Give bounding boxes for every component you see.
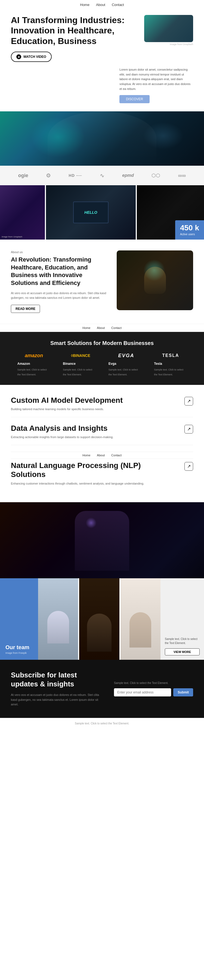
logo-ogie: ogie	[18, 173, 28, 178]
partners-logos: amazon ◊BINANCE EVGA TESLA	[11, 353, 193, 358]
logo-hex: ⬡⬡	[151, 172, 160, 178]
partner-amazon-logo: amazon	[25, 353, 43, 358]
team-extra-text: Sample text. Click to select the Text El…	[165, 637, 200, 645]
team-photo-2	[79, 578, 119, 660]
email-row: Submit	[114, 688, 193, 697]
footer: Sample text. Click to select the Text El…	[0, 718, 204, 729]
vr-person-shape	[48, 111, 156, 166]
hello-label: HELLO	[84, 210, 97, 215]
team-label: Our team Image from Freepik	[0, 578, 38, 660]
service-2-title: Data Analysis and Insights	[11, 424, 166, 433]
about-section: About us AI Revolution: Transforming Hea…	[0, 240, 204, 324]
svc-nav-contact[interactable]: Contact	[111, 453, 122, 457]
team-section: Our team Image from Freepik Sample text.…	[0, 578, 204, 660]
mid-nav-home[interactable]: Home	[82, 326, 90, 329]
team-extra: Sample text. Click to select the Text El…	[161, 578, 204, 660]
partner-binance-detail: Binance Sample text. Click to select the…	[63, 362, 95, 377]
active-users-num: 450 k	[180, 224, 199, 232]
robot-photo-section	[0, 502, 204, 578]
view-more-button[interactable]: VIEW MORE	[165, 648, 200, 655]
image-cell-3: 450 k Active users	[137, 185, 204, 240]
logos-strip: ogie ⚙ HD ── ∿ epmd ⬡⬡ ∞∞	[0, 166, 204, 185]
partners-section: Smart Solutions for Modern Businesses am…	[0, 332, 204, 385]
hero-description-section: Lorem ipsum dolor sit amet, consectetur …	[0, 62, 204, 111]
service-3-arrow[interactable]: ↗	[185, 462, 193, 471]
partner-evga-logo: EVGA	[118, 353, 134, 358]
top-nav: Home About Contact	[0, 0, 204, 10]
nav-home[interactable]: Home	[80, 3, 90, 7]
team-heading: Our team	[5, 644, 33, 651]
nav-contact[interactable]: Contact	[112, 3, 124, 7]
services-nav: Home About Contact	[11, 452, 193, 459]
hero-description: Lorem ipsum dolor sit amet, consectetur …	[119, 67, 193, 91]
service-2-desc: Extracting actionable insights from larg…	[11, 435, 148, 439]
svc-nav-about[interactable]: About	[97, 453, 105, 457]
hero-image	[144, 15, 193, 42]
read-more-button[interactable]: READ MORE	[11, 305, 40, 313]
hero-title: AI Transforming Industries: Innovation i…	[11, 15, 139, 46]
image-cell-1: Image from Unsplash	[0, 185, 45, 240]
service-1-desc: Building tailored machine learning model…	[11, 407, 148, 412]
active-users-label: Active users	[180, 233, 199, 236]
discover-button[interactable]: DISCOVER	[119, 95, 149, 103]
logo-gear: ⚙	[46, 172, 51, 179]
logo-wave: ∿	[100, 172, 104, 179]
service-3-desc: Enhancing customer interactions through …	[11, 481, 148, 486]
subscribe-title: Subscribe for latest updates & insights	[11, 671, 106, 689]
partner-amazon-detail: Amazon Sample text. Click to select the …	[18, 362, 50, 377]
team-photos	[38, 578, 161, 660]
services-section: Custom AI Model Development Building tai…	[0, 385, 204, 502]
mid-nav: Home About Contact	[0, 324, 204, 332]
subscribe-left: Subscribe for latest updates & insights …	[11, 671, 106, 707]
hero-desc-right: Lorem ipsum dolor sit amet, consectetur …	[119, 67, 193, 103]
partners-heading: Smart Solutions for Modern Businesses	[11, 340, 193, 346]
stat-box: 450 k Active users	[175, 220, 204, 240]
service-3-title: Natural Language Processing (NLP) Soluti…	[11, 461, 166, 479]
submit-button[interactable]: Submit	[173, 688, 193, 697]
nav-about[interactable]: About	[96, 3, 105, 7]
robot-image	[117, 250, 193, 310]
service-item-1: Custom AI Model Development Building tai…	[11, 396, 193, 417]
partner-binance-logo: ◊BINANCE	[71, 353, 90, 358]
watch-video-label: WATCH VIDEO	[23, 55, 46, 59]
hero-section: AI Transforming Industries: Innovation i…	[0, 10, 204, 62]
about-title: AI Revolution: Transforming Healthcare, …	[11, 256, 110, 287]
email-input[interactable]	[114, 688, 171, 697]
about-tag: About us	[11, 250, 110, 254]
hero-right: Image from Unsplash	[144, 15, 193, 46]
mid-nav-about[interactable]: About	[97, 326, 105, 329]
team-subtext: Image from Freepik	[5, 652, 33, 654]
logo-infinity: ∞∞	[178, 172, 186, 179]
mid-nav-contact[interactable]: Contact	[111, 326, 122, 329]
team-photo-3	[120, 578, 161, 660]
partner-evga-detail: Evga Sample text. Click to select the Te…	[109, 362, 141, 377]
about-description: At vero eos et accusam et justo duo dolo…	[11, 291, 110, 301]
hero-image-label: Image from Unsplash	[144, 43, 193, 46]
partner-tesla-detail: Tesla Sample text. Click to select the T…	[154, 362, 186, 377]
hero-left: AI Transforming Industries: Innovation i…	[11, 15, 139, 62]
images-grid: Image from Unsplash HELLO 450 k Active u…	[0, 185, 204, 240]
subscribe-right: Sample text. Click to select the Text El…	[114, 671, 193, 707]
service-item-2: Data Analysis and Insights Extracting ac…	[11, 424, 193, 445]
vr-banner	[0, 111, 204, 166]
svc-nav-home[interactable]: Home	[82, 453, 90, 457]
screen-mockup: HELLO	[73, 202, 109, 223]
watch-video-button[interactable]: ▶ WATCH VIDEO	[11, 52, 52, 62]
about-right	[117, 250, 193, 310]
about-left: About us AI Revolution: Transforming Hea…	[11, 250, 110, 313]
partners-details: Amazon Sample text. Click to select the …	[11, 362, 193, 377]
service-2-arrow[interactable]: ↗	[185, 425, 193, 433]
subscribe-section: Subscribe for latest updates & insights …	[0, 660, 204, 718]
service-1-title: Custom AI Model Development	[11, 396, 166, 405]
service-1-arrow[interactable]: ↗	[185, 397, 193, 406]
logo-hd: HD ──	[69, 173, 82, 178]
service-item-3: Natural Language Processing (NLP) Soluti…	[11, 461, 193, 492]
team-photo-1	[38, 578, 78, 660]
logo-epmd: epmd	[122, 173, 134, 178]
image-cell-2: HELLO	[46, 185, 136, 240]
subscribe-left-desc: At vero eos et accusam et justo duo dolo…	[11, 693, 106, 707]
partner-tesla-logo: TESLA	[162, 353, 179, 358]
hero-desc-left	[11, 67, 114, 103]
subscribe-right-desc: Sample text. Click to select the Text El…	[114, 681, 193, 685]
footer-text: Sample text. Click to select the Text El…	[11, 722, 193, 725]
